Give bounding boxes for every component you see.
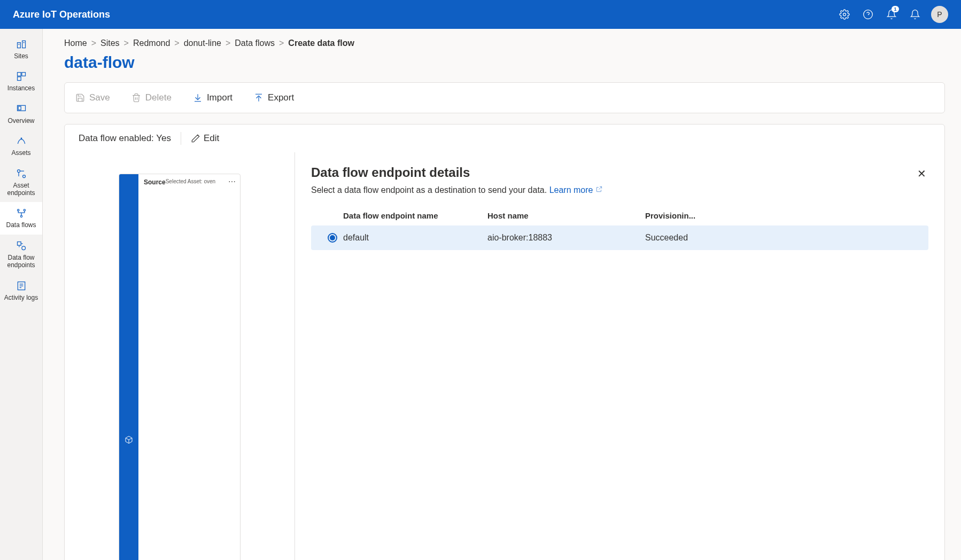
bell-icon[interactable] <box>903 3 927 26</box>
col-provisioning: Provisionin... <box>645 211 918 220</box>
svg-point-13 <box>17 169 20 172</box>
save-icon <box>75 93 85 103</box>
source-title: Source <box>144 178 166 560</box>
sidebar-item-activity-logs[interactable]: Activity logs <box>0 275 42 307</box>
svg-point-15 <box>17 209 19 211</box>
save-button: Save <box>75 92 110 103</box>
svg-point-1 <box>864 10 873 19</box>
sidebar-item-label: Data flows <box>6 221 36 229</box>
sidebar-item-asset-endpoints[interactable]: Asset endpoints <box>0 162 42 203</box>
help-icon[interactable] <box>856 3 880 26</box>
sidebar-item-label: Asset endpoints <box>2 182 40 197</box>
sidebar-item-overview[interactable]: Overview <box>0 98 42 130</box>
breadcrumb: Home> Sites> Redmond> donut-line> Data f… <box>64 38 945 48</box>
endpoint-name-cell: default <box>343 233 487 243</box>
export-icon <box>254 93 264 103</box>
external-link-icon <box>595 185 603 195</box>
settings-icon[interactable] <box>833 3 856 26</box>
sidebar-item-label: Sites <box>14 52 28 60</box>
edit-button[interactable]: Edit <box>191 133 219 144</box>
sidebar-item-label: Instances <box>7 84 35 92</box>
more-icon[interactable]: ⋯ <box>228 177 236 186</box>
breadcrumb-link[interactable]: donut-line <box>184 38 221 48</box>
trash-icon <box>131 93 141 103</box>
sidebar-item-label: Overview <box>7 117 34 125</box>
main-content: Home> Sites> Redmond> donut-line> Data f… <box>43 29 961 560</box>
asset-endpoints-icon <box>15 168 27 180</box>
sidebar-item-label: Activity logs <box>4 294 38 301</box>
overview-icon <box>15 103 27 115</box>
pencil-icon <box>191 134 200 143</box>
svg-rect-7 <box>17 73 21 76</box>
cube-icon <box>119 174 138 560</box>
provisioning-cell: Succeeded <box>645 233 918 243</box>
svg-point-17 <box>20 216 22 217</box>
data-flow-endpoints-icon <box>15 240 27 252</box>
export-button[interactable]: Export <box>254 92 294 103</box>
sidebar-item-assets[interactable]: Assets <box>0 130 42 162</box>
svg-rect-18 <box>17 242 21 245</box>
flow-diagram: Source Selected Asset: oven ⋯ <box>65 152 294 560</box>
buildings-icon <box>15 38 27 50</box>
import-icon <box>193 93 203 103</box>
details-panel: Data flow endpoint details ✕ Select a da… <box>294 152 944 560</box>
endpoint-row[interactable]: default aio-broker:18883 Succeeded <box>311 225 928 250</box>
col-host-name: Host name <box>487 211 645 220</box>
source-node[interactable]: Source Selected Asset: oven ⋯ <box>119 174 241 560</box>
sidebar-item-label: Assets <box>11 149 30 157</box>
breadcrumb-current: Create data flow <box>288 38 354 48</box>
sidebar-item-data-flows[interactable]: Data flows <box>0 202 42 234</box>
sidebar-item-sites[interactable]: Sites <box>0 33 42 65</box>
sidebar: Sites Instances Overview Assets Asset en… <box>0 29 43 560</box>
notification-badge: 1 <box>892 6 899 12</box>
assets-icon <box>15 135 27 147</box>
breadcrumb-link[interactable]: Home <box>64 38 87 48</box>
canvas-bar: Data flow enabled: Yes Edit <box>65 125 944 152</box>
page-title: data-flow <box>64 53 945 72</box>
svg-rect-3 <box>17 43 20 48</box>
learn-more-link[interactable]: Learn more <box>549 185 603 195</box>
import-button[interactable]: Import <box>193 92 232 103</box>
svg-rect-8 <box>21 73 25 76</box>
panel-title: Data flow endpoint details <box>311 165 470 180</box>
breadcrumb-link[interactable]: Redmond <box>133 38 170 48</box>
svg-point-0 <box>843 13 846 16</box>
app-header: Azure IoT Operations 1 P <box>0 0 961 29</box>
panel-description: Select a data flow endpoint as a destina… <box>311 185 928 195</box>
delete-button: Delete <box>131 92 172 103</box>
host-name-cell: aio-broker:18883 <box>487 233 645 243</box>
svg-rect-11 <box>18 106 21 110</box>
svg-point-14 <box>22 175 25 177</box>
svg-rect-4 <box>22 41 25 48</box>
svg-point-19 <box>21 246 25 250</box>
activity-logs-icon <box>15 280 27 292</box>
canvas: Data flow enabled: Yes Edit Source <box>64 124 945 560</box>
app-title: Azure IoT Operations <box>13 9 110 20</box>
close-icon[interactable]: ✕ <box>915 165 928 182</box>
avatar[interactable]: P <box>931 6 948 23</box>
radio-selected[interactable] <box>322 233 343 243</box>
data-flows-icon <box>15 207 27 219</box>
notifications-badge-icon[interactable]: 1 <box>880 3 903 26</box>
sidebar-item-label: Data flow endpoints <box>2 254 40 269</box>
sidebar-item-data-flow-endpoints[interactable]: Data flow endpoints <box>0 235 42 275</box>
divider <box>181 132 181 145</box>
breadcrumb-link[interactable]: Data flows <box>235 38 275 48</box>
col-endpoint-name: Data flow endpoint name <box>343 211 487 220</box>
toolbar: Save Delete Import Export <box>64 82 945 113</box>
svg-point-16 <box>24 209 25 211</box>
svg-rect-9 <box>17 77 21 81</box>
sidebar-item-instances[interactable]: Instances <box>0 65 42 97</box>
breadcrumb-link[interactable]: Sites <box>100 38 120 48</box>
data-flow-enabled-label: Data flow enabled: Yes <box>79 133 171 144</box>
source-subtitle: Selected Asset: oven <box>166 178 215 560</box>
instances-icon <box>15 71 27 82</box>
svg-point-12 <box>21 138 22 139</box>
table-header: Data flow endpoint name Host name Provis… <box>311 206 928 225</box>
